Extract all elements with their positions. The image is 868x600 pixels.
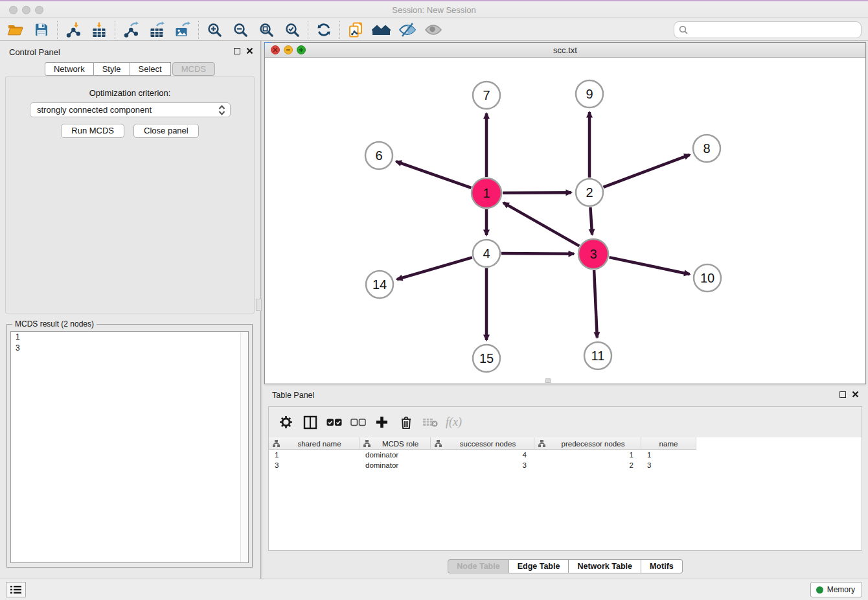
graph-edge-1-2[interactable]	[503, 192, 571, 193]
search-icon	[679, 25, 689, 35]
graph-edge-2-3[interactable]	[590, 207, 592, 235]
import-table-button[interactable]	[86, 20, 112, 40]
zoom-selected-button[interactable]	[279, 20, 305, 40]
list-icon	[10, 585, 21, 594]
table-cell[interactable]: dominator	[360, 460, 431, 470]
graph-edge-4-3[interactable]	[501, 253, 574, 254]
mcds-tab-content: Optimization criterion: strongly connect…	[5, 76, 255, 314]
tab-network[interactable]: Network	[45, 62, 94, 76]
show-hidden-button[interactable]	[420, 20, 446, 40]
network-canvas[interactable]: 7968124314101511	[265, 58, 865, 384]
tab-motifs[interactable]: Motifs	[641, 559, 683, 573]
memory-status-icon	[816, 586, 823, 594]
mcds-result-group: MCDS result (2 nodes) 13	[6, 324, 253, 568]
tab-network-table[interactable]: Network Table	[569, 559, 641, 573]
hierarchy-icon	[538, 440, 545, 447]
toolbar-separator	[308, 21, 308, 39]
home-button[interactable]	[369, 20, 394, 40]
graph-edge-3-1[interactable]	[503, 203, 579, 246]
workspace: Control Panel Network Style Select MCDS …	[0, 41, 868, 579]
import-network-icon	[65, 21, 82, 38]
export-image-button[interactable]	[170, 20, 196, 40]
graph-edge-1-6[interactable]	[396, 161, 471, 188]
tab-node-table[interactable]: Node Table	[448, 559, 508, 573]
unchecked-boxes-icon	[350, 418, 366, 426]
select-all-columns-button[interactable]	[322, 411, 346, 433]
open-session-button[interactable]	[3, 20, 29, 40]
column-header-name[interactable]: name	[641, 437, 696, 450]
delete-table-button[interactable]	[418, 411, 442, 433]
graph-edge-3-10[interactable]	[610, 257, 690, 274]
node-table-body[interactable]: 1dominator4113dominator323	[269, 450, 862, 550]
import-network-button[interactable]	[60, 20, 86, 40]
zoom-out-button[interactable]	[227, 20, 253, 40]
zoom-fit-button[interactable]	[253, 20, 279, 40]
column-settings-button[interactable]	[274, 411, 298, 433]
function-builder-button[interactable]: f(x)	[442, 411, 466, 433]
export-image-icon	[174, 21, 191, 38]
float-panel-icon[interactable]	[234, 48, 240, 54]
column-header-label: predecessor nodes	[545, 440, 641, 448]
mcds-result-list[interactable]: 13	[10, 331, 249, 563]
zoom-in-icon	[207, 22, 223, 38]
close-table-panel-icon[interactable]	[852, 391, 859, 398]
close-panel-icon[interactable]	[246, 47, 253, 54]
split-panel-button[interactable]	[298, 411, 322, 433]
mcds-result-item[interactable]: 3	[11, 343, 248, 354]
table-panel-title: Table Panel	[272, 391, 314, 400]
search-input[interactable]	[674, 21, 862, 38]
close-panel-button[interactable]: Close panel	[133, 124, 199, 138]
table-cell[interactable]: dominator	[360, 450, 431, 460]
table-cell[interactable]: 1	[269, 450, 360, 460]
mcds-result-item[interactable]: 1	[11, 332, 248, 343]
tab-style[interactable]: Style	[94, 62, 130, 76]
table-cell[interactable]: 4	[431, 450, 534, 460]
save-session-button[interactable]	[29, 20, 54, 40]
divider-grip[interactable]	[256, 299, 262, 311]
graph-node-label-15: 15	[479, 351, 494, 365]
column-header-MCDS-role[interactable]: MCDS role	[360, 437, 431, 450]
graph-edge-3-11[interactable]	[594, 270, 597, 338]
task-history-button[interactable]	[6, 582, 26, 597]
export-network-button[interactable]	[118, 20, 144, 40]
split-columns-icon	[303, 415, 317, 430]
table-row[interactable]: 1dominator411	[269, 450, 862, 460]
optimization-criterion-label: Optimization criterion:	[6, 88, 254, 98]
run-mcds-button[interactable]: Run MCDS	[61, 124, 124, 138]
table-cell[interactable]: 3	[641, 460, 696, 470]
network-window-titlebar[interactable]: scc.txt	[265, 43, 865, 58]
toolbar-separator	[339, 21, 340, 39]
zoom-in-button[interactable]	[201, 20, 227, 40]
apply-layout-button[interactable]	[311, 20, 337, 40]
column-header-label: successor nodes	[442, 440, 534, 448]
graph-svg[interactable]: 7968124314101511	[265, 58, 865, 384]
network-scroll-grip[interactable]	[545, 378, 551, 383]
float-table-panel-icon[interactable]	[839, 391, 846, 398]
column-header-predecessor-nodes[interactable]: predecessor nodes	[534, 437, 641, 450]
graph-edge-4-14[interactable]	[397, 257, 472, 279]
add-column-button[interactable]	[370, 411, 394, 433]
table-cell[interactable]: 2	[534, 460, 641, 470]
deselect-all-columns-button[interactable]	[346, 411, 370, 433]
table-cell[interactable]: 3	[269, 460, 360, 470]
column-header-successor-nodes[interactable]: successor nodes	[431, 437, 534, 450]
hide-selected-button[interactable]	[394, 20, 420, 40]
column-header-label: shared name	[280, 440, 359, 448]
table-cell[interactable]: 1	[534, 450, 641, 460]
tab-mcds[interactable]: MCDS	[172, 62, 215, 76]
plus-icon	[376, 416, 388, 428]
export-table-button[interactable]	[144, 20, 170, 40]
result-scrollbar[interactable]	[240, 332, 247, 562]
table-row[interactable]: 3dominator323	[269, 460, 862, 470]
column-header-shared-name[interactable]: shared name	[269, 437, 360, 450]
tab-select[interactable]: Select	[130, 62, 171, 76]
memory-button[interactable]: Memory	[810, 582, 862, 597]
search-container	[674, 21, 862, 38]
graph-edge-2-8[interactable]	[604, 155, 690, 187]
clone-network-button[interactable]	[343, 20, 369, 40]
tab-edge-table[interactable]: Edge Table	[509, 559, 569, 573]
criterion-dropdown[interactable]: strongly connected component	[30, 102, 231, 117]
table-cell[interactable]: 3	[431, 460, 534, 470]
delete-column-button[interactable]	[394, 411, 418, 433]
table-cell[interactable]: 1	[641, 450, 696, 460]
